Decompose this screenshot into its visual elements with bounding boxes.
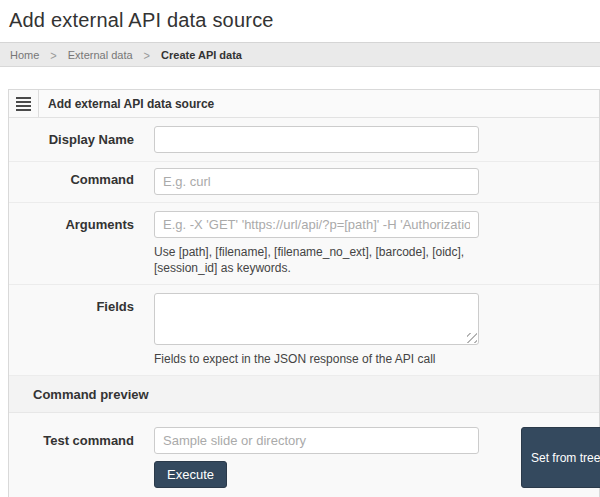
breadcrumb-external-data-link[interactable]: External data [68, 49, 133, 61]
test-command-input[interactable] [154, 427, 479, 454]
menu-toggle-button[interactable] [9, 90, 39, 117]
arguments-row: Arguments Use [path], [filename], [filen… [9, 203, 599, 285]
breadcrumb-home-link[interactable]: Home [10, 49, 39, 61]
chevron-right-icon: > [50, 48, 56, 62]
panel-title: Add external API data source [39, 90, 214, 117]
arguments-input[interactable] [154, 211, 479, 238]
test-command-row: Test command Execute Set from treeview [9, 413, 599, 497]
display-name-row: Display Name [9, 118, 599, 162]
page-title: Add external API data source [0, 0, 600, 42]
hamburger-icon [16, 97, 31, 111]
fields-textarea[interactable] [154, 293, 479, 345]
breadcrumb: Home > External data > Create API data [0, 42, 600, 67]
display-name-input[interactable] [154, 126, 479, 153]
fields-label: Fields [9, 293, 134, 367]
command-input[interactable] [154, 168, 479, 195]
panel-header: Add external API data source [9, 90, 599, 118]
command-preview-heading: Command preview [9, 376, 599, 413]
command-row: Command [9, 162, 599, 203]
set-from-treeview-button[interactable]: Set from treeview [521, 427, 600, 488]
arguments-help-text: Use [path], [filename], [filename_no_ext… [154, 244, 479, 276]
chevron-right-icon: > [144, 48, 150, 62]
create-api-data-panel: Add external API data source Display Nam… [8, 89, 600, 497]
execute-button[interactable]: Execute [154, 461, 227, 488]
command-label: Command [9, 168, 134, 195]
resize-handle-icon[interactable] [467, 333, 477, 343]
display-name-label: Display Name [9, 126, 134, 153]
test-command-label: Test command [9, 424, 134, 488]
breadcrumb-current-page: Create API data [161, 49, 242, 61]
fields-help-text: Fields to expect in the JSON response of… [154, 351, 479, 367]
fields-row: Fields Fields to expect in the JSON resp… [9, 285, 599, 376]
arguments-label: Arguments [9, 211, 134, 276]
